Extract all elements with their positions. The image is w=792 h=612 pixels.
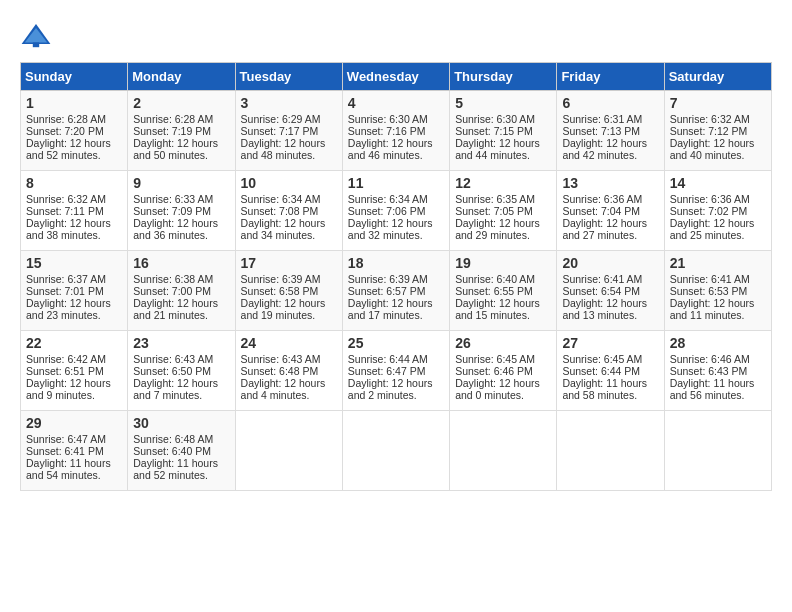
- daylight: Daylight: 12 hours and 52 minutes.: [26, 137, 111, 161]
- day-number: 30: [133, 415, 229, 431]
- sunset: Sunset: 7:12 PM: [670, 125, 748, 137]
- sunset: Sunset: 7:08 PM: [241, 205, 319, 217]
- sunset: Sunset: 6:41 PM: [26, 445, 104, 457]
- daylight: Daylight: 12 hours and 13 minutes.: [562, 297, 647, 321]
- daylight: Daylight: 12 hours and 0 minutes.: [455, 377, 540, 401]
- week-row-4: 22Sunrise: 6:42 AMSunset: 6:51 PMDayligh…: [21, 331, 772, 411]
- sunrise: Sunrise: 6:36 AM: [670, 193, 750, 205]
- sunrise: Sunrise: 6:35 AM: [455, 193, 535, 205]
- daylight: Daylight: 12 hours and 25 minutes.: [670, 217, 755, 241]
- day-number: 11: [348, 175, 444, 191]
- day-number: 26: [455, 335, 551, 351]
- day-number: 17: [241, 255, 337, 271]
- sunset: Sunset: 6:53 PM: [670, 285, 748, 297]
- sunrise: Sunrise: 6:39 AM: [241, 273, 321, 285]
- daylight: Daylight: 12 hours and 2 minutes.: [348, 377, 433, 401]
- day-number: 4: [348, 95, 444, 111]
- header-wednesday: Wednesday: [342, 63, 449, 91]
- day-cell-21: 21Sunrise: 6:41 AMSunset: 6:53 PMDayligh…: [664, 251, 771, 331]
- sunset: Sunset: 6:57 PM: [348, 285, 426, 297]
- sunset: Sunset: 6:51 PM: [26, 365, 104, 377]
- calendar-table: SundayMondayTuesdayWednesdayThursdayFrid…: [20, 62, 772, 491]
- week-row-5: 29Sunrise: 6:47 AMSunset: 6:41 PMDayligh…: [21, 411, 772, 491]
- sunrise: Sunrise: 6:47 AM: [26, 433, 106, 445]
- header-sunday: Sunday: [21, 63, 128, 91]
- day-cell-23: 23Sunrise: 6:43 AMSunset: 6:50 PMDayligh…: [128, 331, 235, 411]
- day-number: 8: [26, 175, 122, 191]
- empty-cell: [664, 411, 771, 491]
- day-number: 3: [241, 95, 337, 111]
- sunrise: Sunrise: 6:40 AM: [455, 273, 535, 285]
- day-cell-17: 17Sunrise: 6:39 AMSunset: 6:58 PMDayligh…: [235, 251, 342, 331]
- day-cell-15: 15Sunrise: 6:37 AMSunset: 7:01 PMDayligh…: [21, 251, 128, 331]
- sunset: Sunset: 7:15 PM: [455, 125, 533, 137]
- svg-rect-2: [33, 42, 39, 47]
- day-cell-8: 8Sunrise: 6:32 AMSunset: 7:11 PMDaylight…: [21, 171, 128, 251]
- day-number: 6: [562, 95, 658, 111]
- daylight: Daylight: 12 hours and 19 minutes.: [241, 297, 326, 321]
- day-cell-24: 24Sunrise: 6:43 AMSunset: 6:48 PMDayligh…: [235, 331, 342, 411]
- day-number: 14: [670, 175, 766, 191]
- sunrise: Sunrise: 6:43 AM: [133, 353, 213, 365]
- day-cell-13: 13Sunrise: 6:36 AMSunset: 7:04 PMDayligh…: [557, 171, 664, 251]
- day-number: 25: [348, 335, 444, 351]
- sunrise: Sunrise: 6:43 AM: [241, 353, 321, 365]
- sunset: Sunset: 7:09 PM: [133, 205, 211, 217]
- sunset: Sunset: 7:11 PM: [26, 205, 104, 217]
- logo: [20, 20, 56, 52]
- logo-icon: [20, 20, 52, 52]
- header-tuesday: Tuesday: [235, 63, 342, 91]
- daylight: Daylight: 12 hours and 48 minutes.: [241, 137, 326, 161]
- daylight: Daylight: 12 hours and 15 minutes.: [455, 297, 540, 321]
- sunset: Sunset: 7:19 PM: [133, 125, 211, 137]
- day-number: 13: [562, 175, 658, 191]
- sunset: Sunset: 7:05 PM: [455, 205, 533, 217]
- sunrise: Sunrise: 6:45 AM: [562, 353, 642, 365]
- empty-cell: [235, 411, 342, 491]
- day-cell-25: 25Sunrise: 6:44 AMSunset: 6:47 PMDayligh…: [342, 331, 449, 411]
- day-cell-1: 1Sunrise: 6:28 AMSunset: 7:20 PMDaylight…: [21, 91, 128, 171]
- sunset: Sunset: 7:00 PM: [133, 285, 211, 297]
- day-cell-29: 29Sunrise: 6:47 AMSunset: 6:41 PMDayligh…: [21, 411, 128, 491]
- empty-cell: [342, 411, 449, 491]
- day-cell-5: 5Sunrise: 6:30 AMSunset: 7:15 PMDaylight…: [450, 91, 557, 171]
- day-number: 7: [670, 95, 766, 111]
- day-cell-9: 9Sunrise: 6:33 AMSunset: 7:09 PMDaylight…: [128, 171, 235, 251]
- day-cell-28: 28Sunrise: 6:46 AMSunset: 6:43 PMDayligh…: [664, 331, 771, 411]
- daylight: Daylight: 12 hours and 29 minutes.: [455, 217, 540, 241]
- sunrise: Sunrise: 6:31 AM: [562, 113, 642, 125]
- sunrise: Sunrise: 6:41 AM: [562, 273, 642, 285]
- daylight: Daylight: 12 hours and 50 minutes.: [133, 137, 218, 161]
- daylight: Daylight: 11 hours and 52 minutes.: [133, 457, 218, 481]
- week-row-1: 1Sunrise: 6:28 AMSunset: 7:20 PMDaylight…: [21, 91, 772, 171]
- daylight: Daylight: 12 hours and 21 minutes.: [133, 297, 218, 321]
- day-number: 24: [241, 335, 337, 351]
- day-cell-27: 27Sunrise: 6:45 AMSunset: 6:44 PMDayligh…: [557, 331, 664, 411]
- daylight: Daylight: 12 hours and 46 minutes.: [348, 137, 433, 161]
- sunset: Sunset: 7:20 PM: [26, 125, 104, 137]
- daylight: Daylight: 12 hours and 32 minutes.: [348, 217, 433, 241]
- sunset: Sunset: 7:06 PM: [348, 205, 426, 217]
- day-cell-4: 4Sunrise: 6:30 AMSunset: 7:16 PMDaylight…: [342, 91, 449, 171]
- day-number: 9: [133, 175, 229, 191]
- week-row-3: 15Sunrise: 6:37 AMSunset: 7:01 PMDayligh…: [21, 251, 772, 331]
- sunset: Sunset: 7:04 PM: [562, 205, 640, 217]
- sunset: Sunset: 7:17 PM: [241, 125, 319, 137]
- sunrise: Sunrise: 6:34 AM: [241, 193, 321, 205]
- sunrise: Sunrise: 6:44 AM: [348, 353, 428, 365]
- sunset: Sunset: 6:48 PM: [241, 365, 319, 377]
- sunset: Sunset: 6:46 PM: [455, 365, 533, 377]
- sunset: Sunset: 7:01 PM: [26, 285, 104, 297]
- day-cell-14: 14Sunrise: 6:36 AMSunset: 7:02 PMDayligh…: [664, 171, 771, 251]
- daylight: Daylight: 12 hours and 4 minutes.: [241, 377, 326, 401]
- daylight: Daylight: 11 hours and 58 minutes.: [562, 377, 647, 401]
- daylight: Daylight: 12 hours and 11 minutes.: [670, 297, 755, 321]
- empty-cell: [450, 411, 557, 491]
- daylight: Daylight: 12 hours and 38 minutes.: [26, 217, 111, 241]
- daylight: Daylight: 11 hours and 56 minutes.: [670, 377, 755, 401]
- sunset: Sunset: 7:02 PM: [670, 205, 748, 217]
- day-number: 5: [455, 95, 551, 111]
- day-cell-20: 20Sunrise: 6:41 AMSunset: 6:54 PMDayligh…: [557, 251, 664, 331]
- day-cell-11: 11Sunrise: 6:34 AMSunset: 7:06 PMDayligh…: [342, 171, 449, 251]
- sunrise: Sunrise: 6:32 AM: [670, 113, 750, 125]
